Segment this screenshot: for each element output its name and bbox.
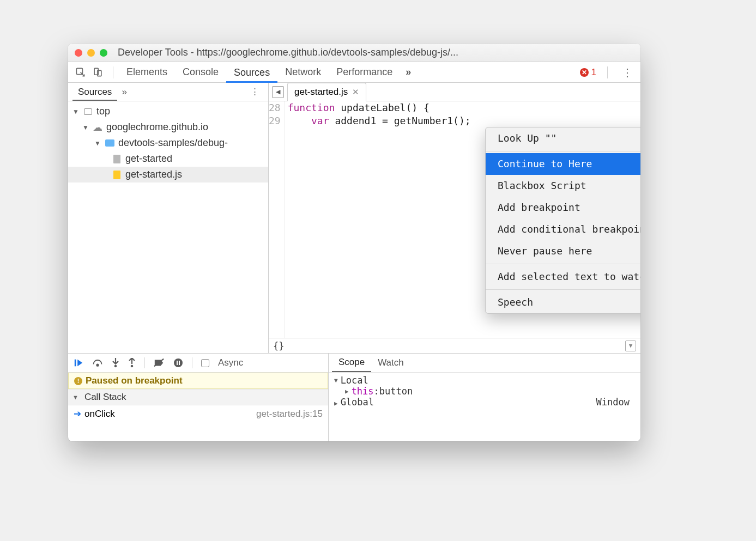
menu-blackbox[interactable]: Blackbox Script	[486, 175, 640, 197]
main-body: Sources » ⋮ ▼ top ▼ ☁ googlechrome.githu…	[68, 83, 640, 353]
minimize-window-button[interactable]	[87, 49, 95, 57]
line-gutter: 28 29	[269, 101, 285, 338]
svg-point-8	[174, 358, 183, 367]
tree-host[interactable]: ▼ ☁ googlechrome.github.io	[68, 119, 268, 135]
close-window-button[interactable]	[75, 49, 82, 57]
callstack-header[interactable]: ▼ Call Stack	[68, 389, 328, 405]
js-file-icon	[113, 171, 120, 179]
scope-local-label: Local	[341, 375, 368, 386]
pause-exceptions-icon[interactable]	[173, 358, 183, 368]
current-frame-icon: ➔	[74, 409, 81, 419]
menu-lookup[interactable]: Look Up ""	[486, 127, 640, 149]
scope-global-value: Window	[596, 397, 630, 408]
tree-file-html[interactable]: get-started	[68, 151, 268, 167]
scope-global[interactable]: ▶Global Window	[334, 397, 635, 408]
menu-continue-to-here[interactable]: Continue to Here	[486, 153, 640, 175]
async-label: Async	[218, 357, 243, 368]
debugger-panel: Async ! Paused on breakpoint ▼ Call Stac…	[68, 353, 640, 441]
frame-icon	[84, 108, 92, 115]
navigator-tab-sources[interactable]: Sources	[72, 83, 117, 101]
inspect-icon[interactable]	[72, 65, 88, 80]
editor-tab-file[interactable]: get-started.js ✕	[287, 83, 366, 101]
tabs-overflow[interactable]: »	[400, 62, 416, 82]
stack-frame[interactable]: ➔onClick get-started.js:15	[68, 405, 328, 422]
navigator-menu-icon[interactable]: ⋮	[246, 86, 264, 98]
error-indicator[interactable]: ✕ 1	[580, 67, 596, 78]
debugger-toolbar: Async	[68, 354, 328, 373]
svg-point-4	[96, 364, 98, 366]
menu-speech[interactable]: Speech▶	[486, 291, 640, 313]
tree-host-label: googlechrome.github.io	[106, 121, 208, 133]
deactivate-breakpoints-icon[interactable]	[154, 358, 165, 368]
navigator-tabs-overflow[interactable]: »	[117, 83, 131, 101]
devtools-window: Developer Tools - https://googlechrome.g…	[68, 44, 640, 441]
window-title: Developer Tools - https://googlechrome.g…	[118, 47, 634, 58]
toggle-navigator-icon[interactable]: ◀	[272, 86, 284, 98]
editor-tabs: ◀ get-started.js ✕	[269, 83, 640, 101]
debugger-right: Scope Watch ▼Local ▶this: button ▶Global…	[329, 354, 640, 441]
this-key: this	[352, 386, 374, 397]
tab-console[interactable]: Console	[175, 62, 226, 82]
editor-footer: {} ▼	[269, 338, 640, 353]
document-icon	[113, 155, 120, 163]
editor-tab-label: get-started.js	[294, 87, 348, 98]
frame-name: onClick	[84, 409, 115, 419]
tree-top[interactable]: ▼ top	[68, 104, 268, 119]
file-tree: ▼ top ▼ ☁ googlechrome.github.io ▼ devto…	[68, 101, 268, 353]
svg-point-5	[114, 365, 117, 368]
close-tab-icon[interactable]: ✕	[352, 87, 359, 97]
tab-sources[interactable]: Sources	[226, 63, 277, 83]
frame-location: get-started.js:15	[256, 409, 323, 420]
resume-icon[interactable]	[74, 358, 83, 368]
svg-point-6	[131, 365, 134, 368]
tree-folder-label: devtools-samples/debug-	[118, 137, 228, 149]
menu-add-to-watches[interactable]: Add selected text to watches	[486, 266, 640, 288]
tab-performance[interactable]: Performance	[329, 62, 400, 82]
context-menu: Look Up "" Continue to Here Blackbox Scr…	[485, 127, 640, 314]
cloud-icon: ☁	[93, 123, 102, 132]
warning-icon: !	[74, 377, 82, 385]
svg-rect-10	[179, 361, 180, 365]
tab-elements[interactable]: Elements	[119, 62, 175, 82]
scope-body: ▼Local ▶this: button ▶Global Window	[329, 373, 640, 410]
window-controls	[75, 49, 107, 57]
paused-banner: ! Paused on breakpoint	[68, 373, 328, 389]
svg-rect-3	[75, 360, 76, 367]
code-editor[interactable]: 28 29 function updateLabel() { var adden…	[269, 101, 640, 338]
navigator-tabs: Sources » ⋮	[68, 83, 268, 101]
scope-local[interactable]: ▼Local	[334, 375, 635, 386]
device-toggle-icon[interactable]	[90, 65, 105, 80]
debugger-left: Async ! Paused on breakpoint ▼ Call Stac…	[68, 354, 329, 441]
scope-tab[interactable]: Scope	[332, 354, 371, 372]
step-into-icon[interactable]	[112, 358, 119, 368]
devtools-tabs: Elements Console Sources Network Perform…	[68, 62, 640, 83]
titlebar: Developer Tools - https://googlechrome.g…	[68, 44, 640, 62]
folder-icon	[105, 139, 114, 147]
editor-pane: ◀ get-started.js ✕ 28 29 function update…	[269, 83, 640, 353]
scope-this[interactable]: ▶this: button	[334, 386, 635, 397]
editor-footer-dropdown-icon[interactable]: ▼	[625, 341, 636, 351]
settings-menu-icon[interactable]: ⋮	[619, 66, 636, 79]
tree-file-js[interactable]: get-started.js	[68, 167, 268, 183]
error-count: 1	[591, 67, 596, 78]
tab-network[interactable]: Network	[277, 62, 329, 82]
step-over-icon[interactable]	[92, 358, 103, 367]
watch-tab[interactable]: Watch	[371, 354, 410, 372]
callstack-label: Call Stack	[84, 392, 126, 403]
tree-folder[interactable]: ▼ devtools-samples/debug-	[68, 135, 268, 151]
tree-file-js-label: get-started.js	[125, 169, 182, 180]
sources-navigator: Sources » ⋮ ▼ top ▼ ☁ googlechrome.githu…	[68, 83, 269, 353]
tree-top-label: top	[96, 106, 110, 117]
editor-footer-brace[interactable]: {}	[273, 341, 284, 351]
async-checkbox[interactable]	[201, 359, 209, 367]
this-value: button	[379, 386, 413, 397]
scope-global-label: Global	[341, 397, 374, 408]
menu-never-pause[interactable]: Never pause here	[486, 240, 640, 262]
maximize-window-button[interactable]	[100, 49, 107, 57]
menu-add-conditional-breakpoint[interactable]: Add conditional breakpoint…	[486, 218, 640, 240]
step-out-icon[interactable]	[128, 358, 136, 368]
menu-add-breakpoint[interactable]: Add breakpoint	[486, 197, 640, 218]
svg-rect-9	[177, 361, 178, 365]
tree-file-html-label: get-started	[125, 153, 172, 165]
paused-text: Paused on breakpoint	[86, 375, 183, 386]
